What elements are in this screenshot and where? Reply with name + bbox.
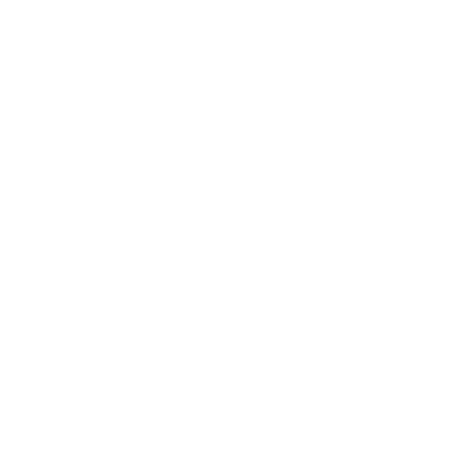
chart-canvas [0,0,476,476]
bottleneck-chart [0,0,476,476]
